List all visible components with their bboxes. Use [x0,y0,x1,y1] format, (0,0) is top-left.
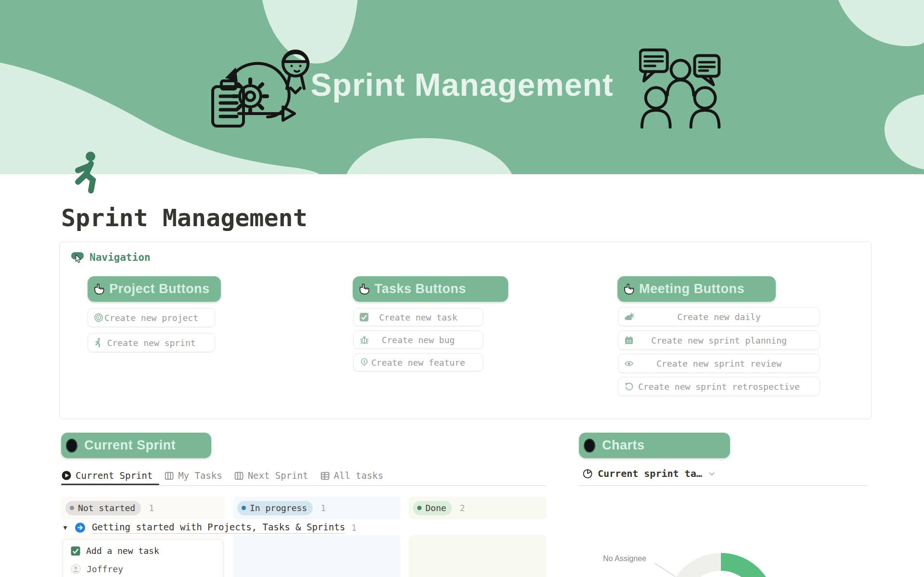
board-column-header-in-progress[interactable]: In progress 1 [233,497,400,519]
checkbox-icon [359,313,369,322]
assignee-donut-chart[interactable] [579,486,924,577]
black-oval-icon [583,438,596,453]
status-label: Not started [78,503,135,513]
tab-label: Current Sprint [76,470,153,481]
calendar-icon [624,335,634,345]
project-buttons-header[interactable]: Project Buttons [88,276,221,302]
page-icon-runner[interactable] [71,151,103,193]
eye-icon [624,359,634,368]
tab-label: My Tasks [178,470,222,481]
tab-my-tasks[interactable]: My Tasks [164,470,222,481]
chevron-down-icon [707,469,717,478]
task-card[interactable]: Add a new task Joffrey [63,539,223,577]
section-pill-label: Current Sprint [84,438,176,453]
column-count: 1 [321,503,326,513]
button-label: Create new sprint [107,338,195,348]
tab-next-sprint[interactable]: Next Sprint [234,470,308,481]
triangle-down-icon[interactable]: ▼ [62,524,68,531]
board-icon [164,471,174,481]
create-new-sprint-planning-button[interactable]: Create new sprint planning [618,331,820,350]
board-group-row[interactable]: ▼ Getting started with Projects, Tasks &… [62,522,357,534]
blue-arrow-circle-icon [75,522,86,533]
annotation-leader-line [654,563,675,577]
target-icon [94,313,103,322]
create-new-sprint-retrospective-button[interactable]: Create new sprint retrospective [618,377,820,396]
group-pill-label: Meeting Buttons [639,282,744,296]
charts-section-header[interactable]: Charts [579,433,730,458]
play-circle-icon [61,470,72,481]
runner-icon [71,151,103,193]
undo-arrow-icon [624,382,634,391]
lightbulb-icon [359,358,369,367]
group-title[interactable]: Getting started with Projects, Tasks & S… [92,522,345,534]
hand-cursor-icon [623,283,635,295]
chart-annotation-no-assignee: No Assignee [603,554,646,563]
button-label: Create new feature [371,358,465,368]
sprint-management-page: Sprint Management [0,0,924,577]
table-icon [320,471,330,481]
button-label: Create new bug [382,335,455,345]
create-new-project-button[interactable]: Create new project [88,308,215,327]
button-label: Create new sprint planning [651,335,787,346]
assignee-name: Joffrey [87,564,123,574]
team-meeting-illustration [639,44,724,131]
status-label: In progress [250,503,307,513]
column-count: 1 [149,503,154,513]
board-column-header-not-started[interactable]: Not started 1 [61,497,225,519]
create-new-daily-button[interactable]: Create new daily [618,307,820,326]
navigation-label: Navigation [90,252,150,263]
tab-current-sprint[interactable]: Current Sprint [61,470,153,481]
board-column-header-done[interactable]: Done 2 [409,497,546,519]
tasks-buttons-header[interactable]: Tasks Buttons [353,276,508,302]
status-dot [70,506,74,510]
group-pill-label: Project Buttons [109,282,210,296]
button-label: Create new daily [677,312,760,322]
status-label: Done [425,503,446,513]
sun-cloud-icon [624,312,635,321]
status-dot [242,506,246,510]
checkbox-checked-icon[interactable] [71,546,80,556]
cursor-click-icon [71,251,84,264]
avatar-icon [71,564,81,574]
board-column-in-progress [233,535,400,577]
banner-title: Sprint Management [0,66,924,103]
status-pill-in-progress: In progress [237,501,313,515]
runner-icon [94,338,103,347]
column-count: 2 [460,503,465,513]
group-count: 1 [351,523,357,533]
create-new-feature-button[interactable]: Create new feature [353,353,483,372]
button-label: Create new sprint retrospective [638,382,800,392]
create-new-sprint-review-button[interactable]: Create new sprint review [618,354,820,373]
hand-cursor-icon [358,283,370,295]
button-label: Create new task [379,312,458,322]
tabs-divider [61,485,546,486]
task-card-title: Add a new task [86,546,159,556]
page-title: Sprint Management [61,204,308,232]
page-cover-banner[interactable]: Sprint Management [0,0,924,174]
create-new-sprint-button[interactable]: Create new sprint [88,333,215,352]
navigation-header: Navigation [71,251,150,264]
bug-icon [359,335,369,345]
board-column-done [409,535,546,577]
group-pill-label: Tasks Buttons [374,282,466,296]
section-pill-label: Charts [602,438,645,453]
status-dot [417,506,422,510]
create-new-task-button[interactable]: Create new task [353,308,483,326]
create-new-bug-button[interactable]: Create new bug [353,331,483,349]
current-sprint-section-header[interactable]: Current Sprint [61,433,211,458]
tab-all-tasks[interactable]: All tasks [320,470,384,481]
pie-chart-icon [582,468,593,479]
chart-view-tab-label: Current sprint ta… [598,468,702,479]
tab-label: Next Sprint [248,470,308,481]
board-icon [234,471,244,481]
status-pill-done: Done [413,501,452,515]
tab-label: All tasks [334,470,384,481]
black-oval-icon [65,438,78,453]
meeting-buttons-header[interactable]: Meeting Buttons [617,276,776,302]
chart-view-tab[interactable]: Current sprint ta… [582,468,717,479]
status-pill-not-started: Not started [65,501,141,515]
view-tabs: Current Sprint My Tasks Next Sprint All … [61,467,383,484]
button-label: Create new project [104,313,198,323]
button-label: Create new sprint review [656,359,782,369]
hand-cursor-icon [93,283,105,295]
